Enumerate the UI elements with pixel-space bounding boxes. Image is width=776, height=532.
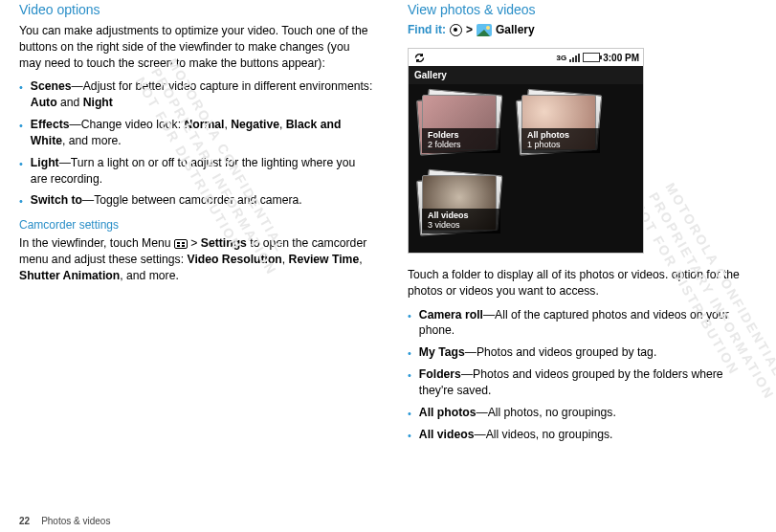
page-number: 22 [19, 516, 30, 526]
battery-icon [583, 53, 600, 62]
settings-label: Settings [201, 236, 247, 250]
bullet-icon: • [19, 192, 23, 209]
video-resolution-label: Video Resolution [187, 253, 281, 266]
bullet-icon: • [19, 155, 23, 188]
gallery-topbar: Gallery [409, 66, 643, 84]
bullet-light: • Light—Turn a light on or off to adjust… [19, 155, 373, 188]
bullet-icon: • [408, 405, 411, 421]
folders-text: —Photos and videos grouped by the folder… [419, 367, 723, 397]
review-time-label: Review Time [289, 253, 360, 266]
shutter-animation-label: Shutter Animation [19, 269, 120, 282]
tile-all-photos[interactable]: All photos1 photos [518, 92, 602, 157]
gt-1: > [466, 23, 473, 36]
tile-folders[interactable]: Folders2 folders [418, 92, 502, 157]
bullet-icon: • [408, 427, 411, 443]
home-icon [450, 24, 462, 36]
light-text: —Turn a light on or off to adjust for th… [31, 156, 355, 186]
scenes-text: —Adjust for better video capture in diff… [72, 79, 373, 93]
bullet-icon: • [19, 78, 23, 111]
tile-sub: 2 folders [428, 140, 461, 149]
heading-camcorder-settings: Camcorder settings [19, 218, 373, 232]
video-options-intro: You can make adjustments to optimize you… [19, 23, 373, 71]
network-3g-icon: 3G [557, 54, 567, 62]
scenes-label: Scenes [31, 79, 72, 93]
section-name: Photos & videos [41, 516, 110, 526]
light-label: Light [31, 156, 59, 169]
gallery-icon [477, 24, 492, 36]
effects-normal: Normal [184, 118, 224, 131]
effects-text: —Change video look: [70, 118, 185, 131]
tile-sub: 3 videos [428, 220, 460, 230]
bullet-folders: • Folders—Photos and videos grouped by t… [408, 366, 749, 399]
touch-folder-text: Touch a folder to display all of its pho… [408, 267, 749, 299]
menu-icon [174, 239, 188, 249]
scenes-night: Night [83, 96, 113, 109]
my-tags-text: —Photos and videos grouped by tag. [465, 345, 657, 359]
switch-text: —Toggle between camcorder and camera. [82, 193, 302, 207]
scenes-and: and [57, 96, 83, 109]
tile-sub: 1 photos [527, 140, 561, 149]
page-footer: 22 Photos & videos [19, 516, 110, 526]
bullet-all-videos: • All videos—All videos, no groupings. [408, 427, 749, 443]
effects-negative: Negative [231, 118, 279, 131]
bullet-effects: • Effects—Change video look: Normal, Neg… [19, 117, 373, 149]
tile-all-videos[interactable]: All videos3 videos [418, 172, 502, 237]
bullet-scenes: • Scenes—Adjust for better video capture… [19, 78, 373, 111]
effects-tail: , and more. [62, 134, 122, 147]
folders-label: Folders [419, 367, 461, 381]
my-tags-label: My Tags [419, 345, 465, 359]
bullet-switch: • Switch to—Toggle between camcorder and… [19, 192, 373, 209]
all-photos-text: —All photos, no groupings. [476, 406, 615, 419]
effects-label: Effects [31, 118, 70, 131]
heading-video-options: Video options [19, 2, 373, 17]
camera-roll-label: Camera roll [419, 308, 483, 321]
signal-icon [569, 54, 580, 62]
all-videos-label: All videos [419, 428, 475, 441]
refresh-icon [412, 51, 426, 64]
all-photos-label: All photos [419, 406, 477, 419]
phone-screenshot: 3G 3:00 PM Gallery Folders2 folders [408, 48, 644, 254]
bullet-icon: • [19, 117, 23, 149]
bullet-icon: • [408, 307, 411, 340]
clock-time: 3:00 PM [603, 53, 639, 63]
all-videos-text: —All videos, no groupings. [474, 428, 612, 441]
gallery-label: Gallery [496, 23, 535, 36]
bullet-all-photos: • All photos—All photos, no groupings. [408, 405, 749, 421]
switch-label: Switch to [31, 193, 82, 207]
bullet-icon: • [408, 344, 411, 361]
bullet-camera-roll: • Camera roll—All of the captured photos… [408, 307, 749, 340]
camcorder-settings-text: In the viewfinder, touch Menu > Settings… [19, 235, 373, 283]
find-it-line: Find it: > Gallery [408, 23, 749, 36]
find-it-label: Find it: [408, 23, 446, 36]
scenes-auto: Auto [31, 96, 57, 109]
status-bar: 3G 3:00 PM [409, 49, 643, 66]
heading-view-photos-videos: View photos & videos [408, 2, 749, 17]
bullet-my-tags: • My Tags—Photos and videos grouped by t… [408, 344, 749, 361]
bullet-icon: • [408, 366, 411, 399]
